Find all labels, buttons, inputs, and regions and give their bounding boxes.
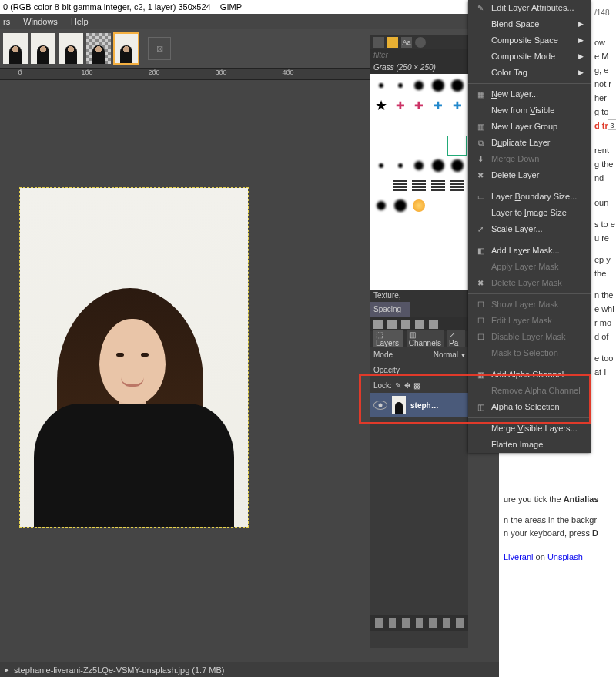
article-credit: Liverani on Unsplash (504, 551, 611, 564)
lock-alpha-icon[interactable]: ▩ (413, 381, 420, 390)
mode-label: Mode (373, 350, 393, 359)
image-tab[interactable] (86, 33, 111, 64)
visibility-toggle-icon[interactable] (373, 401, 387, 410)
layer-name-label[interactable]: steph… (410, 401, 439, 410)
opacity-row[interactable]: Opacity (370, 362, 468, 377)
lower-layer-icon[interactable] (416, 618, 424, 628)
menu-blend-space[interactable]: Blend Space▶ (468, 16, 591, 32)
menu-add-alpha-channel[interactable]: ▩Add Alpha Channel (468, 367, 591, 383)
canvas-image[interactable] (20, 188, 248, 527)
edit-brush-icon[interactable] (373, 320, 383, 329)
menubar: rs Windows Help (0, 14, 499, 29)
brush-grid[interactable]: ★✚✚✚✚ (370, 74, 468, 290)
menu-help[interactable]: Help (71, 17, 89, 26)
menu-flatten-image[interactable]: Flatten Image (468, 437, 591, 453)
dropdown-icon[interactable]: ▾ (461, 350, 465, 359)
menu-delete-layer[interactable]: ✖Delete Layer (468, 167, 591, 183)
menu-duplicate-layer[interactable]: ⧉Duplicate Layer (468, 135, 591, 151)
article-fragment: g, e (594, 63, 613, 77)
menu-show-layer-mask: ☐Show Layer Mask (468, 297, 591, 313)
dock-tab[interactable] (415, 37, 426, 48)
image-tab[interactable] (59, 33, 83, 64)
article-fragment: not r (594, 77, 613, 91)
article-fragment: r mo (594, 316, 613, 330)
ruler-tick: 200 (148, 69, 159, 76)
article-line: n the areas in the backgr (504, 514, 611, 527)
menu-remove-alpha-channel: Remove Alpha Channel (468, 383, 591, 399)
menu-composite-space[interactable]: Composite Space▶ (468, 32, 591, 49)
close-tab-button[interactable]: ⊠ (148, 37, 171, 60)
dock-tab[interactable]: Aa (401, 37, 412, 48)
menu-new-layer-group[interactable]: ▥New Layer Group (468, 119, 591, 135)
brush-selected[interactable] (447, 136, 467, 156)
new-layer-icon[interactable] (375, 618, 383, 628)
ruler-tick: 400 (282, 69, 293, 76)
lock-label: Lock: (373, 381, 392, 390)
menu-color-tag[interactable]: Color Tag▶ (468, 65, 591, 81)
tab-channels[interactable]: ▥ Channels (407, 330, 444, 347)
menu-layer-to-image-size[interactable]: Layer to Image Size (468, 205, 591, 221)
menu-add-layer-mask[interactable]: ◧Add Layer Mask... (468, 243, 591, 259)
dock-tab-active[interactable] (387, 37, 398, 48)
article-fragment: oun (594, 196, 613, 209)
link-unsplash[interactable]: Unsplash (547, 552, 583, 561)
status-menu-icon[interactable]: ▸ (5, 665, 9, 675)
menu-apply-layer-mask: Apply Layer Mask (468, 259, 591, 275)
anchor-layer-icon[interactable] (443, 618, 450, 628)
menu-new-layer[interactable]: ▦New Layer... (468, 86, 591, 102)
image-tab-active[interactable] (114, 33, 139, 64)
lock-position-icon[interactable]: ✥ (404, 381, 410, 390)
menu-mask-to-selection: Mask to Selection (468, 345, 591, 361)
image-tab[interactable] (3, 33, 28, 64)
article-visible-lines: ure you tick the Antialias n the areas i… (499, 487, 616, 570)
layer-context-menu: ✎Edit Layer Attributes... Blend Space▶ C… (468, 0, 591, 453)
article-fragment: ep y (594, 253, 613, 266)
right-dock: Aa Grass (250 × 250) ★✚✚✚✚ Texture, Spac… (370, 35, 468, 648)
mode-value[interactable]: Normal (434, 350, 458, 359)
refresh-brush-icon[interactable] (429, 320, 438, 329)
ruler-tick: 100 (81, 69, 92, 76)
new-brush-icon[interactable] (387, 320, 397, 329)
brush-toolbar (370, 317, 468, 331)
article-fragment: the (594, 266, 613, 280)
menu-merge-down: ⬇Merge Down (468, 151, 591, 167)
spacing-slider[interactable]: Spacing (370, 302, 468, 317)
delete-brush-icon[interactable] (415, 320, 424, 329)
menu-merge-visible[interactable]: Merge Visible Layers... (468, 421, 591, 437)
layers-dock-tabs: ⬚ Layers ▥ Channels ↗ Pa (370, 331, 468, 347)
raise-layer-icon[interactable] (402, 618, 410, 628)
article-fragment: ow (594, 35, 613, 49)
layer-row[interactable]: steph… (370, 393, 468, 417)
menu-new-from-visible[interactable]: New from Visible (468, 102, 591, 119)
background-article: /148 3 ow e M g, e not r her g to d tra … (591, 0, 616, 677)
menu-layer-boundary[interactable]: ▭Layer Boundary Size... (468, 189, 591, 205)
dock-tab[interactable] (373, 37, 384, 48)
menu-alpha-to-selection[interactable]: ◫Alpha to Selection (468, 399, 591, 415)
new-group-icon[interactable] (389, 618, 397, 628)
article-fragment: at I (594, 365, 613, 379)
layers-toolbar (370, 615, 468, 631)
article-fragment: g to (594, 105, 613, 119)
menu-composite-mode[interactable]: Composite Mode▶ (468, 49, 591, 65)
article-fragment: e too (594, 351, 613, 365)
tab-layers[interactable]: ⬚ Layers (373, 330, 403, 347)
image-tab[interactable] (31, 33, 55, 64)
ruler-tick: 0 (18, 69, 22, 76)
menu-disable-layer-mask: ☐Disable Layer Mask (468, 329, 591, 345)
menu-windows[interactable]: Windows (23, 17, 58, 26)
lock-pixels-icon[interactable]: ✎ (395, 381, 401, 390)
link-liverani[interactable]: Liverani (504, 552, 534, 561)
layer-thumbnail[interactable] (392, 396, 406, 414)
article-fragment: e whi (594, 302, 613, 316)
delete-layer-icon[interactable] (456, 618, 464, 628)
menu-rs[interactable]: rs (3, 17, 10, 26)
article-fragment: d of (594, 330, 613, 344)
duplicate-brush-icon[interactable] (401, 320, 410, 329)
window-title: 0 (RGB color 8-bit gamma integer, c2, 1 … (3, 0, 242, 14)
tab-paths[interactable]: ↗ Pa (447, 330, 465, 347)
menu-edit-layer-mask: ☐Edit Layer Mask (468, 313, 591, 329)
brush-filter-input[interactable] (370, 49, 468, 62)
menu-edit-layer-attributes[interactable]: ✎Edit Layer Attributes... (468, 0, 591, 16)
duplicate-layer-icon[interactable] (429, 618, 437, 628)
menu-scale-layer[interactable]: ⤢Scale Layer... (468, 221, 591, 237)
